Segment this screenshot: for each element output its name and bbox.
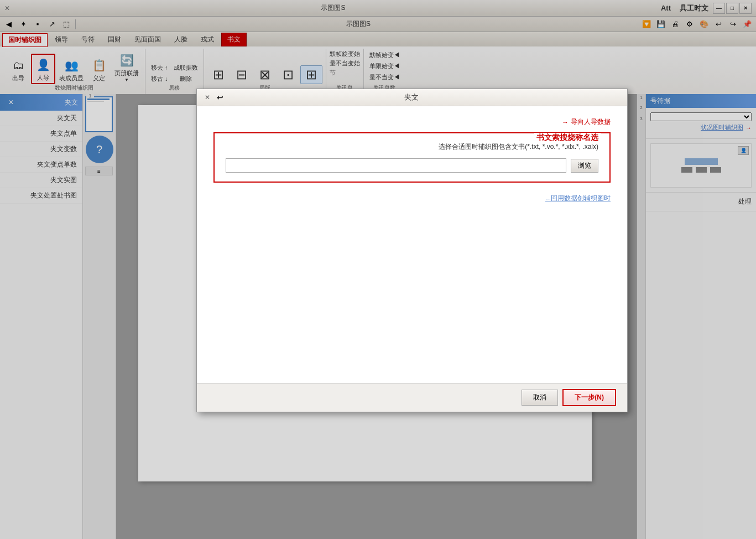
dialog-title-bar: ✕ ↩ 夹文: [197, 89, 627, 106]
next-button[interactable]: 下一步(N): [562, 389, 616, 406]
dialog-undo[interactable]: ↩: [217, 93, 223, 102]
dialog-nav-hint: → 导向人导数据: [213, 117, 611, 127]
dialog-overlay: ✕ ↩ 夹文 → 导向人导数据 书文索搜烧称名选 选择合适图时辅织图包含文书(*…: [0, 0, 756, 539]
dialog: ✕ ↩ 夹文 → 导向人导数据 书文索搜烧称名选 选择合适图时辅织图包含文书(*…: [196, 89, 628, 412]
nav-arrow: →: [562, 118, 569, 126]
browse-button[interactable]: 浏览: [571, 159, 598, 173]
dialog-footer: 取消 下一步(N): [197, 383, 627, 412]
nav-hint-text[interactable]: 导向人导数据: [571, 117, 611, 127]
file-path-input[interactable]: [226, 158, 566, 173]
dialog-body: → 导向人导数据 书文索搜烧称名选 选择合适图时辅织图包含文书(*.txt, *…: [197, 106, 627, 383]
dialog-section: 书文索搜烧称名选 选择合适图时辅织图包含文书(*.txt, *.vo.*, *.…: [213, 132, 611, 183]
dialog-section-title: 书文索搜烧称名选: [534, 133, 601, 143]
dialog-close-button[interactable]: ✕: [202, 92, 212, 102]
cancel-button[interactable]: 取消: [522, 390, 558, 406]
dialog-input-row: 浏览: [226, 158, 598, 173]
dialog-title: 夹文: [404, 92, 419, 102]
dialog-section-subtitle: 选择合适图时辅织图包含文书(*.txt, *.vo.*, *.xlx.*, .x…: [226, 142, 598, 152]
dialog-link[interactable]: 回用数据创辅织图时...: [213, 194, 611, 203]
